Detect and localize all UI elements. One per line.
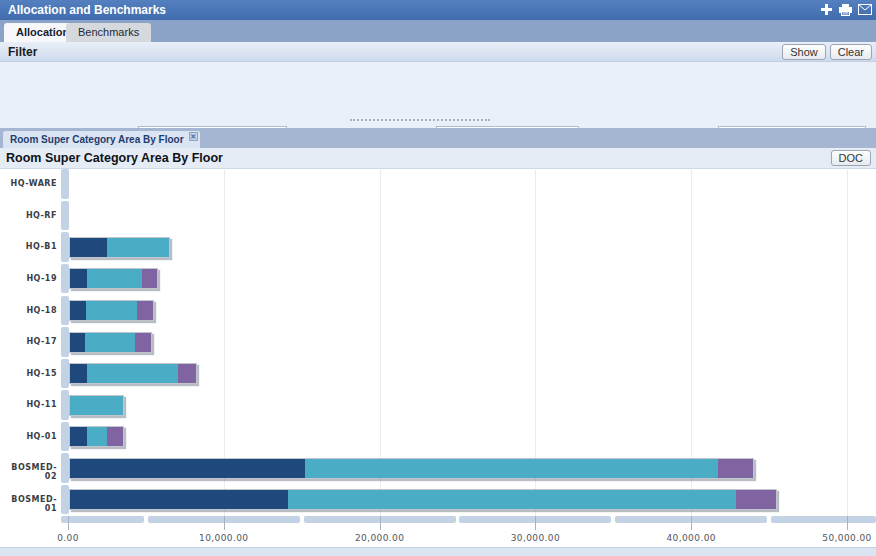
x-axis-tick-label: 0.00: [28, 533, 108, 543]
main-tabstrip: Allocation Benchmarks: [0, 20, 876, 42]
bar-segment[interactable]: [87, 427, 107, 446]
filter-header: Filter Show Clear: [0, 42, 876, 62]
bar-segment[interactable]: [70, 490, 288, 509]
bar-segment[interactable]: [70, 333, 85, 352]
x-axis-tick-label: 40,000.00: [651, 533, 731, 543]
category-label: HQ-18: [0, 306, 57, 315]
category-label: BOSMED-02: [0, 463, 57, 481]
chart-tab[interactable]: Room Super Category Area By Floor ✕: [3, 131, 200, 148]
bar-segment[interactable]: [178, 364, 196, 383]
category-label: HQ-11: [0, 400, 57, 409]
chart-tabstrip: Room Super Category Area By Floor ✕: [0, 128, 876, 148]
y-axis-band-segment: [61, 296, 69, 326]
bar-segment[interactable]: [70, 301, 86, 320]
bar-hq-19[interactable]: [69, 268, 158, 289]
window-title: Allocation and Benchmarks: [8, 0, 166, 20]
bar-hq-11[interactable]: [69, 395, 124, 416]
x-axis-tick-label: 20,000.00: [340, 533, 420, 543]
x-axis-band-segment: [771, 516, 876, 523]
bar-segment[interactable]: [288, 490, 736, 509]
y-axis-band-segment: [61, 169, 69, 199]
x-axis-band-segment: [61, 516, 144, 523]
category-label: HQ-RF: [0, 211, 57, 220]
clear-button[interactable]: Clear: [830, 44, 872, 60]
bar-bosmed-02[interactable]: [69, 458, 754, 479]
filter-title: Filter: [8, 42, 37, 62]
mail-icon[interactable]: [857, 2, 872, 17]
bar-segment[interactable]: [87, 364, 178, 383]
category-label: HQ-15: [0, 369, 57, 378]
category-label: HQ-WARE: [0, 179, 57, 188]
category-label: HQ-01: [0, 432, 57, 441]
x-axis-tick: [68, 516, 69, 530]
x-axis-tick: [380, 516, 381, 530]
tab-benchmarks[interactable]: Benchmarks: [66, 23, 151, 42]
plus-icon[interactable]: [819, 2, 834, 17]
chart-panel-header: Room Super Category Area By Floor DOC: [0, 148, 876, 169]
category-label: HQ-B1: [0, 242, 57, 251]
category-label: HQ-17: [0, 337, 57, 346]
bar-segment[interactable]: [107, 427, 124, 446]
bar-segment[interactable]: [86, 301, 137, 320]
category-label: HQ-19: [0, 274, 57, 283]
bar-segment[interactable]: [87, 269, 142, 288]
bar-segment[interactable]: [70, 427, 87, 446]
bar-hq-01[interactable]: [69, 426, 124, 447]
bar-segment[interactable]: [736, 490, 776, 509]
bar-segment[interactable]: [137, 301, 153, 320]
bar-segment[interactable]: [70, 269, 87, 288]
x-axis-tick-label: 10,000.00: [184, 533, 264, 543]
y-axis-band-segment: [61, 453, 69, 483]
bar-bosmed-01[interactable]: [69, 489, 777, 510]
bar-segment[interactable]: [305, 459, 717, 478]
bar-hq-17[interactable]: [69, 332, 152, 353]
bar-segment[interactable]: [70, 459, 305, 478]
x-axis-tick-label: 50,000.00: [807, 533, 876, 543]
chart-footer-strip: [0, 547, 876, 556]
bar-chart: HQ-WAREHQ-RFHQ-B1HQ-19HQ-18HQ-17HQ-15HQ-…: [0, 169, 876, 556]
gridline: [847, 170, 848, 516]
y-axis-band-segment: [61, 264, 69, 294]
bar-segment[interactable]: [70, 396, 123, 415]
y-axis-band-segment: [61, 327, 69, 357]
x-axis-tick: [691, 516, 692, 530]
y-axis-band-segment: [61, 485, 69, 515]
chart-panel-title: Room Super Category Area By Floor: [6, 148, 223, 168]
y-axis-band-segment: [61, 422, 69, 452]
x-axis-tick-label: 30,000.00: [495, 533, 575, 543]
bar-segment[interactable]: [70, 364, 87, 383]
bar-hq-b1[interactable]: [69, 237, 170, 258]
x-axis-tick: [535, 516, 536, 530]
y-axis-band-segment: [61, 359, 69, 389]
window-titlebar: Allocation and Benchmarks: [0, 0, 876, 20]
bar-segment[interactable]: [85, 333, 135, 352]
bar-segment[interactable]: [718, 459, 753, 478]
doc-button[interactable]: DOC: [831, 150, 871, 166]
x-axis-tick: [224, 516, 225, 530]
bar-segment[interactable]: [135, 333, 150, 352]
x-axis-tick: [847, 516, 848, 530]
panel-splitter-handle[interactable]: [350, 119, 490, 121]
bar-segment[interactable]: [107, 238, 170, 257]
close-icon[interactable]: ✕: [189, 132, 198, 141]
print-icon[interactable]: [838, 2, 853, 17]
bar-hq-15[interactable]: [69, 363, 197, 384]
y-axis-band-segment: [61, 390, 69, 420]
show-button[interactable]: Show: [782, 44, 826, 60]
category-label: BOSMED-01: [0, 495, 57, 513]
bar-segment[interactable]: [70, 238, 107, 257]
y-axis-band-segment: [61, 201, 69, 231]
y-axis-band-segment: [61, 232, 69, 262]
app-window: Allocation and Benchmarks Allocation Ben…: [0, 0, 876, 556]
bar-segment[interactable]: [142, 269, 157, 288]
bar-hq-18[interactable]: [69, 300, 154, 321]
